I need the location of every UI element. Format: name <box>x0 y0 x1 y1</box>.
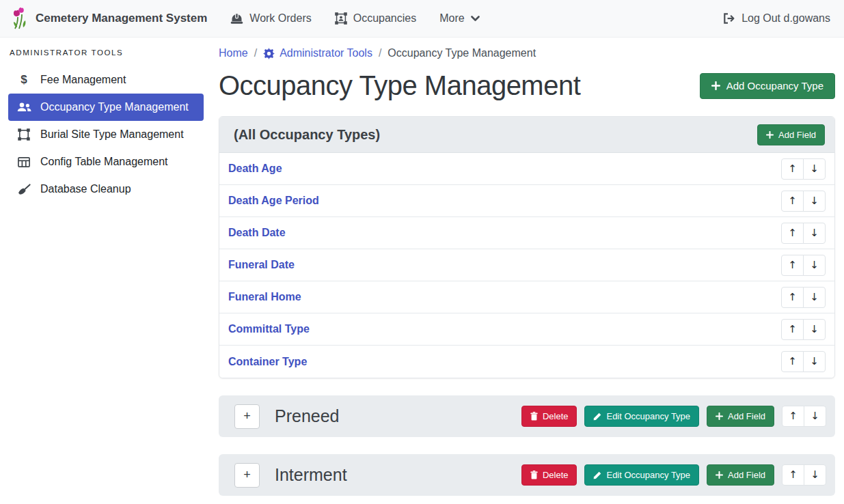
move-up-button[interactable]: ↑ <box>782 464 804 486</box>
plus-icon <box>711 81 720 90</box>
occupancy-type-name: Preneed <box>275 406 340 426</box>
sidebar-item-burial-site-type-management[interactable]: Burial Site Type Management <box>8 121 204 148</box>
all-occupancy-types-title: (All Occupancy Types) <box>234 127 380 143</box>
field-link-funeral-date[interactable]: Funeral Date <box>228 259 295 271</box>
move-up-button[interactable]: ↑ <box>781 223 804 244</box>
occupancy-frame-icon <box>335 12 347 25</box>
plus-icon <box>766 131 774 139</box>
app-title: Cemetery Management System <box>36 12 207 25</box>
field-link-death-date[interactable]: Death Date <box>228 227 286 239</box>
expand-button[interactable]: + <box>234 404 260 429</box>
delete-label: Delete <box>543 411 569 421</box>
breadcrumb-current: Occupancy Type Management <box>387 47 536 59</box>
vector-square-icon <box>16 128 31 141</box>
reorder-buttons: ↑ ↓ <box>781 255 826 276</box>
nav-work-orders-label: Work Orders <box>249 12 311 25</box>
move-down-button[interactable]: ↓ <box>803 351 826 372</box>
reorder-buttons: ↑ ↓ <box>782 464 826 486</box>
add-field-label: Add Field <box>778 130 816 140</box>
nav-occupancies-label: Occupancies <box>353 12 417 25</box>
add-field-button[interactable]: Add Field <box>757 124 825 145</box>
app-brand[interactable]: Cemetery Management System <box>11 7 207 30</box>
move-down-button[interactable]: ↓ <box>803 319 826 340</box>
dollar-icon: $ <box>16 73 31 87</box>
sidebar-item-fee-management[interactable]: $ Fee Management <box>8 66 204 94</box>
move-down-button[interactable]: ↓ <box>803 255 826 276</box>
add-field-button[interactable]: Add Field <box>707 464 774 486</box>
plus-icon <box>716 412 723 420</box>
logout-icon <box>723 13 735 24</box>
move-up-button[interactable]: ↑ <box>781 351 804 372</box>
breadcrumb-home-link[interactable]: Home <box>219 47 248 59</box>
move-up-button[interactable]: ↑ <box>781 191 804 212</box>
field-link-death-age-period[interactable]: Death Age Period <box>228 195 319 207</box>
move-up-button[interactable]: ↑ <box>781 287 804 308</box>
sidebar-item-label: Occupancy Type Management <box>40 101 189 113</box>
add-field-button[interactable]: Add Field <box>707 406 774 427</box>
field-row: Death Age ↑ ↓ <box>219 153 834 185</box>
delete-button[interactable]: Delete <box>521 464 577 486</box>
add-occupancy-type-button[interactable]: Add Occupancy Type <box>700 73 835 99</box>
reorder-buttons: ↑ ↓ <box>781 319 826 340</box>
sidebar: ADMINISTRATOR TOOLS $ Fee Management Occ… <box>0 38 212 504</box>
move-up-button[interactable]: ↑ <box>781 319 804 340</box>
sidebar-item-label: Fee Management <box>40 74 126 86</box>
users-icon <box>16 102 31 112</box>
title-row: Occupancy Type Management Add Occupancy … <box>219 70 835 101</box>
add-field-label: Add Field <box>728 411 765 421</box>
move-down-button[interactable]: ↓ <box>803 223 826 244</box>
page-title: Occupancy Type Management <box>219 70 580 101</box>
move-up-button[interactable]: ↑ <box>781 158 804 180</box>
logout-button[interactable]: Log Out d.gowans <box>720 7 833 30</box>
main-content: Home / Administrator Tools / Occupancy T… <box>212 38 844 504</box>
move-up-button[interactable]: ↑ <box>781 255 804 276</box>
plus-icon <box>716 471 723 479</box>
trash-icon <box>530 471 538 479</box>
edit-occupancy-type-button[interactable]: Edit Occupancy Type <box>584 464 699 486</box>
move-down-button[interactable]: ↓ <box>803 158 826 180</box>
hard-hat-icon <box>230 13 243 25</box>
field-link-container-type[interactable]: Container Type <box>228 356 307 368</box>
field-row: Committal Type ↑ ↓ <box>219 313 834 346</box>
breadcrumb-separator: / <box>379 47 381 59</box>
edit-occupancy-type-label: Edit Occupancy Type <box>606 411 690 421</box>
field-row: Funeral Home ↑ ↓ <box>219 281 834 313</box>
broom-icon <box>16 184 31 195</box>
field-row: Funeral Date ↑ ↓ <box>219 249 834 281</box>
field-link-committal-type[interactable]: Committal Type <box>228 323 310 335</box>
table-icon <box>16 157 31 167</box>
section-actions: Delete Edit Occupancy Type Add Field ↑ <box>521 406 826 427</box>
sidebar-item-occupancy-type-management[interactable]: Occupancy Type Management <box>8 94 204 121</box>
field-link-death-age[interactable]: Death Age <box>228 163 282 175</box>
field-row: Death Date ↑ ↓ <box>219 217 834 249</box>
sidebar-item-database-cleanup[interactable]: Database Cleanup <box>8 176 204 203</box>
logout-label: Log Out d.gowans <box>741 12 830 25</box>
move-down-button[interactable]: ↓ <box>804 406 826 427</box>
chevron-down-icon <box>471 16 480 22</box>
move-up-button[interactable]: ↑ <box>782 406 804 427</box>
edit-occupancy-type-label: Edit Occupancy Type <box>606 470 690 480</box>
breadcrumb: Home / Administrator Tools / Occupancy T… <box>219 47 835 59</box>
section-actions: Delete Edit Occupancy Type Add Field ↑ <box>521 464 826 486</box>
field-link-funeral-home[interactable]: Funeral Home <box>228 291 301 303</box>
occupancy-type-name: Interment <box>275 465 347 485</box>
nav-more[interactable]: More <box>433 7 486 30</box>
expand-button[interactable]: + <box>234 463 260 488</box>
nav-occupancies[interactable]: Occupancies <box>328 7 424 30</box>
sidebar-item-config-table-management[interactable]: Config Table Management <box>8 148 204 176</box>
move-down-button[interactable]: ↓ <box>803 287 826 308</box>
move-down-button[interactable]: ↓ <box>803 191 826 212</box>
move-down-button[interactable]: ↓ <box>804 464 826 486</box>
breadcrumb-admin-tools-link[interactable]: Administrator Tools <box>263 47 372 59</box>
delete-button[interactable]: Delete <box>521 406 577 427</box>
breadcrumb-separator: / <box>254 47 257 59</box>
field-row: Death Age Period ↑ ↓ <box>219 185 834 217</box>
nav-more-label: More <box>439 12 464 25</box>
edit-occupancy-type-button[interactable]: Edit Occupancy Type <box>584 406 699 427</box>
nav-work-orders[interactable]: Work Orders <box>223 7 318 30</box>
reorder-buttons: ↑ ↓ <box>781 223 826 244</box>
gear-icon <box>263 48 275 59</box>
add-field-label: Add Field <box>728 470 765 480</box>
all-occupancy-types-card: (All Occupancy Types) Add Field Death Ag… <box>219 116 835 378</box>
sidebar-item-label: Config Table Management <box>40 156 168 168</box>
